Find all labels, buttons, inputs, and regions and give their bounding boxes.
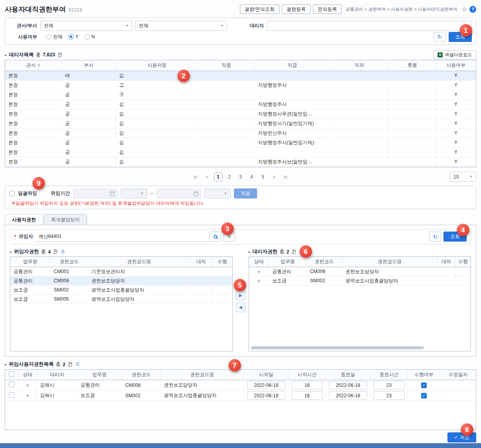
move-left-button[interactable]: ◀: [236, 303, 245, 312]
column-header-3[interactable]: 직종: [198, 60, 254, 71]
start-time-input[interactable]: 16: [291, 381, 323, 389]
table-row[interactable]: 본청공김Y: [5, 147, 476, 157]
delegator-input[interactable]: 예산64401: [36, 232, 207, 242]
column-header-4[interactable]: 수행: [212, 257, 232, 267]
column-header-3[interactable]: 권한코드명: [342, 257, 437, 267]
table-row[interactable]: +공통관리CM006권한보조담당자: [249, 267, 471, 276]
expand-row-icon[interactable]: +: [257, 269, 260, 275]
column-header-6[interactable]: 호봉: [389, 60, 436, 71]
table-row[interactable]: 본청공김지방행정주사보(일반임…Y: [5, 157, 476, 167]
pagination-page-5[interactable]: 5: [259, 172, 267, 181]
perform-checkbox[interactable]: [421, 383, 427, 388]
column-header-0[interactable]: 상태: [18, 370, 37, 380]
table-row[interactable]: 본청공김지방전산주사Y: [5, 128, 476, 138]
use-filter-radio-N[interactable]: N: [84, 34, 95, 40]
column-header-7[interactable]: 종료일: [326, 370, 370, 380]
column-header-2[interactable]: 사용자명: [116, 60, 198, 71]
column-header-5[interactable]: 시작일: [244, 370, 289, 380]
tab-account-manager[interactable]: 회계별담당자: [44, 214, 87, 225]
table-row[interactable]: +보조금SM002광역보조사업총괄담당자: [249, 276, 471, 285]
column-header-4[interactable]: 직급: [255, 60, 330, 71]
column-header-1[interactable]: 대리자: [37, 370, 77, 380]
column-header-8[interactable]: 종료시간: [370, 370, 408, 380]
table-row[interactable]: 본청공김지방행정주사Y: [5, 99, 476, 109]
column-header-5[interactable]: 직위: [330, 60, 388, 71]
delegator-reset-button[interactable]: ↻: [430, 232, 441, 242]
pagination-last[interactable]: >|: [281, 172, 290, 181]
expand-row-icon[interactable]: +: [257, 278, 260, 284]
deputy-search-input[interactable]: [267, 21, 472, 31]
pagination-first[interactable]: |<: [192, 172, 200, 181]
horizontal-scrollbar[interactable]: [251, 346, 424, 349]
start-date-input[interactable]: 2022-06-18: [247, 391, 285, 400]
column-header-3[interactable]: 대직: [190, 257, 212, 267]
pagination-page-2[interactable]: 2: [225, 172, 234, 181]
table-row[interactable]: 본청공김지방행정주사(일반임기제)Y: [5, 138, 476, 147]
end-time-input[interactable]: 23: [373, 381, 405, 389]
pagination-page-3[interactable]: 3: [236, 172, 245, 181]
column-header-1[interactable]: 업무명: [269, 257, 306, 267]
column-header-4[interactable]: 권한코드명: [160, 370, 244, 380]
select-all-checkbox[interactable]: [9, 371, 14, 377]
pagination-next[interactable]: >: [270, 172, 279, 181]
table-row[interactable]: +김해시공통관리CM006권한보조담당자2022-06-18162022-06-…: [5, 380, 476, 391]
start-time-input[interactable]: 16: [291, 391, 323, 400]
department-select[interactable]: 전체 ▼: [135, 21, 227, 31]
row-checkbox[interactable]: [9, 382, 14, 387]
column-header-2[interactable]: 권한코드명: [88, 257, 190, 267]
column-header-4[interactable]: 대직: [437, 257, 455, 267]
sort-icon[interactable]: ⇅: [37, 63, 40, 67]
table-row[interactable]: 본청공구Y: [5, 90, 476, 99]
tab-user-permission[interactable]: 사용자권한: [5, 214, 43, 225]
table-row[interactable]: 본청공김지방행정서기(일반임기제)Y: [5, 119, 476, 128]
list-view-icon[interactable]: ☰: [75, 362, 79, 367]
column-header-7[interactable]: 사용여부: [436, 60, 476, 71]
end-time-input[interactable]: 23: [373, 391, 405, 400]
end-date-input[interactable]: 2022-06-18: [329, 381, 367, 389]
table-row[interactable]: 보조금SM005광역보조사업담당자: [10, 295, 232, 304]
column-header-9[interactable]: 수행여부: [408, 370, 440, 380]
bulk-start-time-select[interactable]: ▼: [121, 188, 147, 198]
pagination-page-4[interactable]: 4: [247, 172, 256, 181]
move-right-button[interactable]: ▶: [236, 291, 245, 300]
column-header-5[interactable]: 수행: [455, 257, 471, 267]
end-date-input[interactable]: 2022-06-18: [329, 391, 367, 400]
page-size-select[interactable]: 10 ▼: [450, 172, 476, 182]
table-row[interactable]: 본청공김지방행정사무관(일반임…Y: [5, 109, 476, 119]
list-view-icon[interactable]: ☰: [61, 249, 65, 254]
inquiry-register-button[interactable]: 문의등록: [313, 4, 342, 14]
column-header-10[interactable]: 수정일자: [440, 370, 476, 380]
column-header-6[interactable]: 시작시간: [289, 370, 326, 380]
row-checkbox[interactable]: [9, 392, 14, 398]
pagination-page-1[interactable]: 1: [214, 172, 223, 181]
column-header-2[interactable]: 업무명: [77, 370, 122, 380]
column-header-0[interactable]: 관서⇅: [5, 60, 61, 71]
table-row[interactable]: 본청공고지방행정주사Y: [5, 80, 476, 90]
use-filter-radio-Y[interactable]: Y: [68, 34, 79, 40]
column-header-3[interactable]: 권한코드: [122, 370, 160, 380]
apply-button[interactable]: 적용: [234, 188, 257, 198]
use-filter-radio-전체[interactable]: 전체: [46, 34, 63, 40]
expand-row-icon[interactable]: +: [26, 392, 29, 398]
start-date-input[interactable]: 2022-06-18: [247, 381, 285, 389]
table-row[interactable]: 공통관리CM006권한보조담당자: [10, 276, 232, 285]
table-row[interactable]: +김해시보조금SM002광역보조사업총괄담당자2022-06-18162022-…: [5, 391, 476, 401]
column-header-1[interactable]: 권한코드: [50, 257, 88, 267]
save-button[interactable]: ✓ 저장: [447, 432, 476, 442]
bulk-start-date-input[interactable]: [73, 189, 118, 198]
table-row[interactable]: 보조금SM002광역보조사업총괄담당자: [10, 285, 232, 295]
defect-inquiry-button[interactable]: 결함/문의조회: [240, 4, 279, 14]
column-header-1[interactable]: 부서: [61, 60, 116, 71]
column-header-2[interactable]: 권한코드: [307, 257, 342, 267]
delegator-search-button[interactable]: [210, 232, 221, 242]
table-row[interactable]: 공통관리CM001기준정보관리자: [10, 267, 232, 276]
bulk-end-time-select[interactable]: ▼: [204, 188, 231, 198]
office-select[interactable]: 전체 ▼: [40, 21, 132, 31]
help-icon[interactable]: ?: [469, 6, 476, 13]
expand-row-icon[interactable]: +: [26, 382, 29, 388]
reset-button[interactable]: ↻: [434, 32, 445, 42]
defect-register-button[interactable]: 결함등록: [282, 4, 311, 14]
bulk-delegate-checkbox[interactable]: [9, 191, 15, 196]
perform-checkbox[interactable]: [421, 393, 427, 398]
table-row[interactable]: 본청테김Y: [5, 71, 476, 80]
